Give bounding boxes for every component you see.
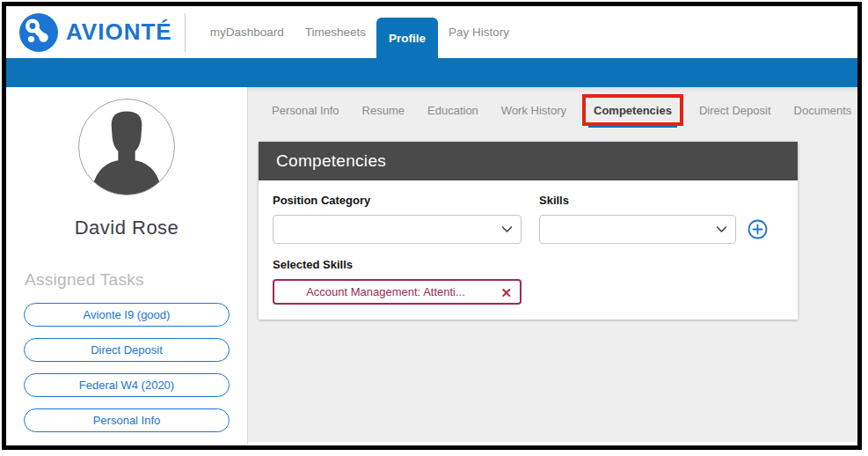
add-skill-button[interactable]	[747, 218, 768, 239]
position-category-field: Position Category	[273, 194, 522, 244]
tab-education[interactable]: Education	[416, 104, 490, 117]
card-body: Position Category	[259, 180, 798, 320]
skills-field: Skills	[539, 194, 736, 244]
top-header: AVIONTÉ myDashboard Timesheets Profile P…	[6, 6, 857, 58]
tab-direct-deposit[interactable]: Direct Deposit	[688, 104, 783, 117]
profile-tabs: Personal Info Resume Education Work Hist…	[260, 93, 862, 127]
close-icon[interactable]: ✕	[500, 285, 512, 298]
top-nav: myDashboard Timesheets Profile Pay Histo…	[200, 6, 520, 58]
avionte-logo-icon	[19, 13, 58, 52]
position-category-select[interactable]	[273, 215, 522, 244]
main-column: Personal Info Resume Education Work Hist…	[248, 87, 862, 444]
avatar	[78, 99, 175, 195]
brand-logo[interactable]: AVIONTÉ	[6, 13, 172, 52]
profile-sidebar: David Rose Assigned Tasks Avionte I9 (go…	[6, 87, 248, 444]
tab-competencies[interactable]: Competencies	[594, 104, 672, 117]
nav-item-timesheets[interactable]: Timesheets	[295, 6, 376, 58]
competency-form-row: Position Category	[273, 194, 782, 244]
position-category-select-wrap	[273, 215, 522, 244]
selected-skills-label: Selected Skills	[273, 258, 782, 271]
profile-name: David Rose	[6, 217, 247, 239]
task-button-avionte-i9[interactable]: Avionte I9 (good)	[24, 303, 230, 327]
card-title: Competencies	[276, 151, 386, 171]
skills-select[interactable]	[539, 215, 736, 244]
selected-skill-chip-label: Account Management: Attenti...	[306, 285, 488, 298]
tab-personal-info[interactable]: Personal Info	[260, 104, 351, 117]
header-divider	[185, 13, 186, 52]
task-button-direct-deposit[interactable]: Direct Deposit	[24, 338, 230, 362]
task-button-federal-w4[interactable]: Federal W4 (2020)	[24, 373, 230, 397]
app-window: AVIONTÉ myDashboard Timesheets Profile P…	[2, 2, 862, 450]
tab-work-history[interactable]: Work History	[490, 104, 578, 117]
main-panel: Personal Info Resume Education Work Hist…	[248, 87, 862, 442]
card-header: Competencies	[259, 142, 798, 180]
nav-item-mydashboard[interactable]: myDashboard	[200, 6, 295, 58]
brand-name: AVIONTÉ	[66, 18, 172, 46]
nav-item-profile[interactable]: Profile	[376, 18, 438, 58]
competencies-card: Competencies Position Category	[259, 142, 798, 320]
person-silhouette-icon	[79, 99, 174, 195]
active-tab-underline	[588, 126, 677, 128]
tab-resume[interactable]: Resume	[351, 104, 416, 117]
skills-label: Skills	[539, 194, 736, 207]
selected-skill-chip: Account Management: Attenti... ✕	[273, 279, 522, 305]
add-circle-icon	[748, 219, 768, 239]
blue-band	[6, 58, 857, 87]
tab-documents[interactable]: Documents	[783, 104, 862, 117]
position-category-label: Position Category	[273, 194, 522, 207]
skills-select-wrap	[539, 215, 736, 244]
assigned-tasks-heading: Assigned Tasks	[25, 270, 247, 290]
task-button-personal-info[interactable]: Personal Info	[24, 408, 230, 432]
nav-item-pay-history[interactable]: Pay History	[438, 6, 520, 58]
highlight-box: Competencies	[582, 94, 683, 126]
content-area: David Rose Assigned Tasks Avionte I9 (go…	[6, 87, 857, 444]
